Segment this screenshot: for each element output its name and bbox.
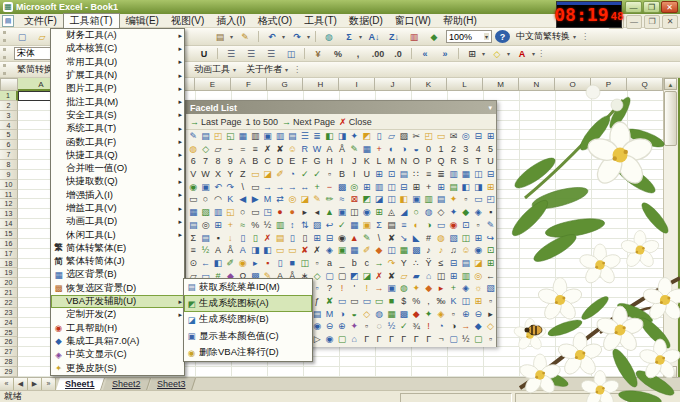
faceid-icon-cell[interactable]: L xyxy=(373,155,385,168)
faceid-icon-cell[interactable]: 5 xyxy=(484,143,496,156)
faceid-icon-cell[interactable]: ▫ xyxy=(484,333,496,346)
faceid-icon-cell[interactable]: ▣ xyxy=(199,181,211,194)
faceid-icon-cell[interactable]: ✓ xyxy=(299,168,311,181)
faceid-icon-cell[interactable]: I xyxy=(336,155,348,168)
faceid-icon-cell[interactable]: Z xyxy=(237,168,249,181)
faceid-icon-cell[interactable]: ↔ xyxy=(299,181,311,194)
dropdown-arrow-icon[interactable]: ▾ xyxy=(532,50,535,57)
faceid-icon-cell[interactable]: ▭ xyxy=(249,168,261,181)
vba-submenu-item-1[interactable]: ▤获取系统菜单ID(M) xyxy=(184,279,312,295)
faceid-icon-cell[interactable]: ✎ xyxy=(311,193,323,206)
faceid-icon-cell[interactable]: ▥ xyxy=(460,270,472,283)
faceid-icon-cell[interactable]: ◫ xyxy=(472,168,484,181)
faceid-icon-cell[interactable]: ≡ xyxy=(187,244,199,257)
toolbar-overflow-button[interactable]: ⋮ xyxy=(581,32,588,41)
faceid-icon-cell[interactable]: ◈ xyxy=(472,206,484,219)
toolbox-menu-item-14[interactable]: 增益工具(V)▸ xyxy=(51,202,184,215)
row-header-10[interactable]: 10 xyxy=(0,180,18,190)
faceid-icon-cell[interactable]: D xyxy=(274,155,286,168)
row-header-15[interactable]: 15 xyxy=(0,229,18,239)
faceid-icon-cell[interactable]: ✎ xyxy=(360,232,372,245)
faceid-icon-cell[interactable]: ▥ xyxy=(274,219,286,232)
faceid-icon-cell[interactable]: − xyxy=(224,143,236,156)
faceid-icon-cell[interactable]: ◑ xyxy=(398,143,410,156)
faceid-icon-cell[interactable]: ◨ xyxy=(249,244,261,257)
faceid-icon-cell[interactable]: ◫ xyxy=(385,244,397,257)
toolbox-menu-item-12[interactable]: 快捷取数(Q)▸ xyxy=(51,175,184,188)
faceid-icon-cell[interactable]: ▰ xyxy=(410,270,422,283)
about-author-button[interactable]: 关于作者▾ xyxy=(242,63,292,76)
faceid-icon-cell[interactable]: ◍ xyxy=(187,143,199,156)
faceid-icon-cell[interactable]: A xyxy=(237,244,249,257)
row-header-20[interactable]: 20 xyxy=(0,278,18,288)
autosum-button[interactable]: Σ xyxy=(340,30,358,43)
faceid-icon-cell[interactable]: ⊞ xyxy=(472,232,484,245)
vba-submenu-item-3[interactable]: ◪生成系统图标(B) xyxy=(184,312,312,328)
faceid-icon-cell[interactable]: ⊞ xyxy=(435,181,447,194)
faceid-icon-cell[interactable]: ▭ xyxy=(336,295,348,308)
faceid-icon-cell[interactable]: ▯ xyxy=(237,232,249,245)
faceid-icon-cell[interactable]: ¾ xyxy=(410,320,422,333)
faceid-icon-cell[interactable]: ♫ xyxy=(447,244,459,257)
faceid-icon-cell[interactable]: ▥ xyxy=(249,130,261,143)
faceid-icon-cell[interactable]: ◇ xyxy=(199,143,211,156)
desktop-clock[interactable]: 08:19 48 xyxy=(556,1,622,28)
faceid-icon-cell[interactable]: ☰ xyxy=(299,130,311,143)
previous-sheet-button[interactable]: ◀ xyxy=(14,378,28,390)
row-header-13[interactable]: 13 xyxy=(0,209,18,219)
faceid-icon-cell[interactable]: ✎ xyxy=(484,219,496,232)
row-header-11[interactable]: 11 xyxy=(0,190,18,200)
faceid-icon-cell[interactable]: ◱ xyxy=(224,130,236,143)
faceid-icon-cell[interactable]: ▯ xyxy=(299,232,311,245)
faceid-icon-cell[interactable]: ½ xyxy=(385,320,397,333)
faceid-icon-cell[interactable]: ▧ xyxy=(447,232,459,245)
faceid-icon-cell[interactable]: ∴ xyxy=(410,257,422,270)
menu-item-10[interactable]: 帮助(H) xyxy=(437,14,483,28)
faceid-icon-cell[interactable]: Y xyxy=(398,257,410,270)
faceid-icon-cell[interactable]: ▤ xyxy=(274,232,286,245)
faceid-icon-cell[interactable]: ▧ xyxy=(199,206,211,219)
faceid-icon-cell[interactable]: ≣ xyxy=(435,168,447,181)
faceid-icon-cell[interactable]: → xyxy=(274,181,286,194)
faceid-icon-cell[interactable]: ▱ xyxy=(385,130,397,143)
faceid-icon-cell[interactable]: ✐ xyxy=(224,257,236,270)
row-header-25[interactable]: 25 xyxy=(0,328,18,338)
faceid-icon-cell[interactable]: ◎ xyxy=(199,219,211,232)
row-header-24[interactable]: 24 xyxy=(0,318,18,328)
faceid-icon-cell[interactable]: ✘ xyxy=(274,143,286,156)
faceid-icon-cell[interactable]: ▣ xyxy=(360,219,372,232)
faceid-icon-cell[interactable]: ▫ xyxy=(360,320,372,333)
faceid-icon-cell[interactable]: P xyxy=(422,155,434,168)
faceid-icon-cell[interactable]: = xyxy=(237,143,249,156)
faceid-icon-cell[interactable]: ▥ xyxy=(447,168,459,181)
menu-item-8[interactable]: 数据(D) xyxy=(343,14,389,28)
faceid-icon-cell[interactable]: Γ xyxy=(398,333,410,346)
toolbox-menu-item-22[interactable]: 定制开发(Z)▸ xyxy=(51,308,184,321)
faceid-icon-cell[interactable]: ⊟ xyxy=(447,257,459,270)
vba-submenu-item-5[interactable]: ◉删除VBA注释行(D) xyxy=(184,345,312,361)
faceid-icon-cell[interactable]: ⊕ xyxy=(336,320,348,333)
faceid-icon-cell[interactable]: ◪ xyxy=(472,257,484,270)
faceid-icon-cell[interactable]: ⊡ xyxy=(385,168,397,181)
faceid-icon-cell[interactable]: ⊟ xyxy=(323,232,335,245)
column-header-O[interactable]: O xyxy=(555,78,591,91)
faceid-icon-cell[interactable]: ▩ xyxy=(336,181,348,194)
faceid-icon-cell[interactable]: ◩ xyxy=(348,270,360,283)
faceid-icon-cell[interactable]: ← xyxy=(484,270,496,283)
faceid-icon-cell[interactable]: ≡ xyxy=(249,143,261,156)
faceid-icon-cell[interactable]: 8 xyxy=(212,155,224,168)
faceid-icon-cell[interactable]: ✦ xyxy=(447,193,459,206)
faceid-icon-cell[interactable]: B xyxy=(249,155,261,168)
faceid-icon-cell[interactable]: ▩ xyxy=(398,308,410,321)
row-header-16[interactable]: 16 xyxy=(0,239,18,249)
faceid-icon-cell[interactable]: ◇ xyxy=(484,320,496,333)
sort-ascending-button[interactable]: A↓ xyxy=(365,30,383,43)
row-header-18[interactable]: 18 xyxy=(0,259,18,269)
faceid-icon-cell[interactable]: ◆ xyxy=(472,320,484,333)
faceid-icon-cell[interactable]: U xyxy=(484,155,496,168)
faceid-icon-cell[interactable]: ⊟ xyxy=(472,130,484,143)
faceid-icon-cell[interactable]: H xyxy=(323,155,335,168)
vertical-scroll-thumb[interactable] xyxy=(664,91,677,146)
faceid-icon-cell[interactable]: ← xyxy=(199,257,211,270)
faceid-icon-cell[interactable]: ◩ xyxy=(360,130,372,143)
